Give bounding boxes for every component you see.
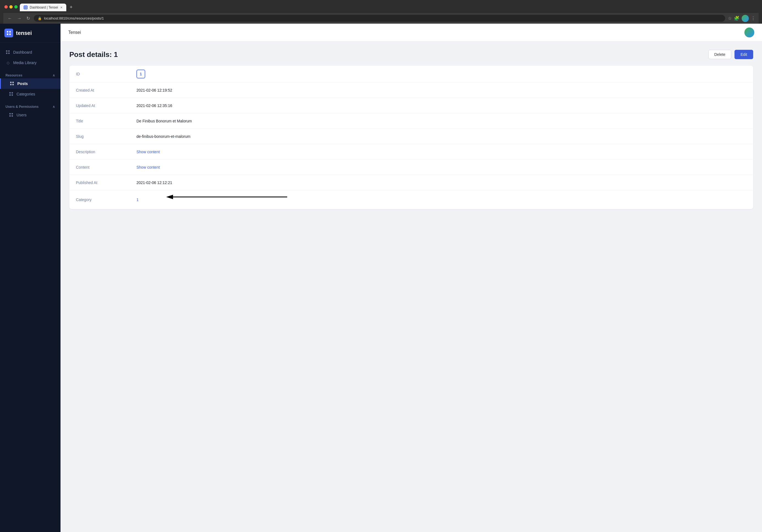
id-badge: 1 [136,70,145,78]
field-value-published-at: 2021-02-06 12:12:21 [130,177,753,189]
sidebar-item-label: Categories [17,92,35,96]
field-label-title: Title [69,115,130,127]
dashboard-icon [6,50,10,55]
svg-rect-16 [9,92,11,94]
svg-marker-25 [166,195,173,199]
sidebar-item-media-library[interactable]: ◇ Media Library [0,57,60,68]
forward-button[interactable]: → [16,15,23,22]
svg-rect-12 [10,82,12,83]
header-actions: Delete Edit [708,50,753,59]
delete-button[interactable]: Delete [708,50,731,59]
field-value-title: De Finibus Bonorum et Malorum [130,115,753,127]
field-label-id: ID [69,68,130,80]
sidebar-item-label: Dashboard [13,50,32,54]
users-permissions-label: Users & Permissions [6,105,38,109]
svg-rect-5 [9,31,11,33]
table-row: Category 1 [69,190,753,209]
field-label-category: Category [69,194,130,206]
sidebar: tensei Dashboard ◇ Media Library Resourc… [0,24,60,532]
reload-button[interactable]: ↻ [25,15,31,22]
back-button[interactable]: ← [7,15,13,22]
sidebar-item-dashboard[interactable]: Dashboard [0,47,60,57]
field-label-created-at: Created At [69,84,130,96]
table-row: Updated At 2021-02-06 12:35:16 [69,98,753,113]
logo-text: tensei [16,30,32,36]
url-display: localhost:8810/cms/resources/posts/1 [44,16,104,20]
traffic-light-green[interactable] [14,5,18,9]
svg-rect-1 [26,6,27,7]
sidebar-navigation: Dashboard ◇ Media Library Resources ∧ Po… [0,42,60,532]
svg-rect-0 [25,6,25,7]
topbar: Tensei [60,24,762,41]
svg-rect-21 [12,113,13,114]
svg-rect-9 [8,50,10,52]
page-title: Post details: 1 [69,50,118,59]
svg-rect-15 [12,84,14,85]
svg-rect-23 [12,115,13,116]
field-value-slug: de-finibus-bonorum-et-malorum [130,130,753,142]
bookmark-button[interactable]: ☆ [728,16,732,21]
table-row: Created At 2021-02-06 12:19:52 [69,83,753,98]
content-show-content-link[interactable]: Show content [136,165,160,170]
extensions-button[interactable]: 🧩 [734,16,739,21]
new-tab-button[interactable]: + [67,3,75,11]
sidebar-item-users[interactable]: Users [0,110,60,120]
resources-collapse-button[interactable]: ∧ [52,73,55,77]
main-content: Tensei Post details: 1 Delete Edit ID 1 [60,24,762,532]
field-label-published-at: Published At [69,177,130,189]
users-icon [9,113,14,117]
detail-card: ID 1 Created At 2021-02-06 12:19:52 Upda… [69,66,753,209]
sidebar-item-categories[interactable]: Categories [0,89,60,99]
svg-rect-20 [9,113,11,114]
svg-rect-4 [7,31,8,33]
svg-rect-17 [12,92,13,94]
field-value-content: Show content [130,161,753,173]
field-value-category: 1 [130,190,753,209]
svg-rect-22 [9,115,11,116]
sidebar-item-label: Posts [17,81,28,86]
arrow-annotation [155,194,293,205]
active-browser-tab[interactable]: Dashboard | Tensei × [20,4,66,11]
table-row: Published At 2021-02-06 12:12:21 [69,175,753,190]
sidebar-item-label: Users [17,113,27,117]
field-value-description: Show content [130,146,753,158]
svg-rect-13 [12,82,14,83]
traffic-light-red[interactable] [4,5,8,9]
traffic-light-yellow[interactable] [9,5,13,9]
svg-rect-2 [25,8,25,9]
sidebar-item-posts[interactable]: Posts [0,78,60,89]
svg-rect-10 [6,52,7,54]
browser-user-avatar[interactable] [742,15,749,22]
menu-button[interactable]: ⋮ [751,16,755,21]
resources-section-label: Resources [6,73,22,77]
table-row: Description Show content [69,144,753,160]
address-bar[interactable]: 🔒 localhost:8810/cms/resources/posts/1 [34,15,725,22]
content-area: Post details: 1 Delete Edit ID 1 Created [60,41,762,532]
svg-rect-19 [12,94,13,96]
svg-rect-8 [6,50,7,52]
svg-rect-7 [9,34,11,35]
user-avatar[interactable] [744,28,754,38]
field-value-id: 1 [130,66,753,82]
lock-icon: 🔒 [38,17,42,20]
table-row: ID 1 [69,66,753,83]
tab-favicon [24,6,28,9]
topbar-title: Tensei [68,30,81,35]
svg-rect-11 [8,52,10,54]
table-row: Content Show content [69,160,753,175]
svg-rect-18 [9,94,11,96]
media-library-icon: ◇ [6,60,10,65]
field-value-updated-at: 2021-02-06 12:35:16 [130,100,753,112]
svg-rect-14 [10,84,12,85]
category-link[interactable]: 1 [136,197,139,202]
tab-close-button[interactable]: × [60,5,62,10]
posts-icon [10,81,15,86]
logo-icon [4,29,13,38]
description-show-content-link[interactable]: Show content [136,150,160,154]
field-label-content: Content [69,161,130,173]
table-row: Slug de-finibus-bonorum-et-malorum [69,129,753,144]
categories-icon [9,92,14,97]
users-permissions-collapse-button[interactable]: ∧ [52,105,55,109]
field-label-updated-at: Updated At [69,100,130,112]
edit-button[interactable]: Edit [734,50,753,59]
